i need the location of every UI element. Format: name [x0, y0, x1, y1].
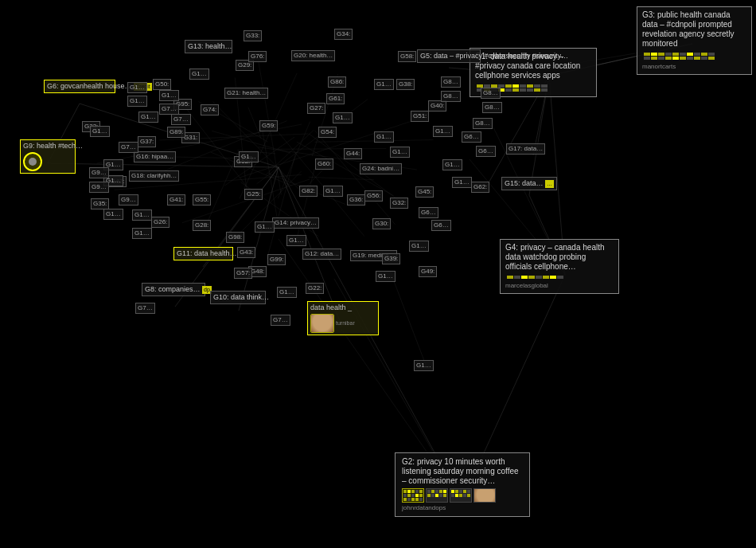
node-G28[interactable]: G28: [193, 220, 211, 231]
node-g1-d[interactable]: G1… [138, 112, 158, 123]
node-G17[interactable]: G17: data… [506, 143, 545, 155]
node-G49[interactable]: G49: [419, 266, 437, 277]
node-G61-label: G61: [329, 95, 342, 102]
node-G26[interactable]: G26: [151, 217, 170, 228]
node-g8-small4[interactable]: G8… [482, 102, 502, 113]
node-G62[interactable]: G62: [471, 182, 489, 193]
node-g1-v[interactable]: G1… [409, 241, 429, 252]
node-g1-g[interactable]: G1… [103, 209, 123, 220]
node-g1-x[interactable]: G1… [277, 287, 297, 298]
node-G61[interactable]: G61: [326, 93, 345, 104]
node-G8[interactable]: G8: companies… dp [142, 283, 205, 296]
node-G13[interactable]: G13: health… [185, 40, 232, 53]
node-G44[interactable]: G44: [344, 148, 362, 159]
node-G18[interactable]: G18: clarifyhh… [129, 170, 179, 182]
node-G58[interactable]: G58: [398, 51, 416, 62]
node-g8-small5[interactable]: G8… [473, 118, 493, 129]
node-g1-a[interactable]: G1… [90, 126, 110, 137]
node-g1-b[interactable]: G1… [127, 82, 147, 93]
node-g7-extra3[interactable]: G7… [119, 142, 138, 153]
node-G9[interactable]: G9: health #tech… [20, 139, 76, 174]
node-G74[interactable]: G74: [201, 104, 219, 115]
node-G24[interactable]: G24: badni… [360, 163, 402, 174]
node-g1-extra[interactable]: G1… [159, 90, 179, 101]
node-g8-small3[interactable]: G8… [481, 88, 501, 99]
node-G10[interactable]: G10: data think… [210, 291, 266, 304]
node-G22[interactable]: G22: [306, 283, 324, 294]
node-G99[interactable]: G99: [267, 254, 286, 265]
node-G89[interactable]: G89: [167, 127, 185, 138]
node-g9-small[interactable]: G9… [89, 167, 109, 178]
node-G37[interactable]: G37: [138, 136, 156, 147]
node-G16[interactable]: G16: hipaa… [134, 151, 176, 162]
node-G12[interactable]: G12: data… [302, 249, 341, 260]
node-g6-small2[interactable]: G6… [476, 146, 496, 157]
node-G4[interactable]: G4: privacy – canada health data watchdo… [500, 239, 619, 294]
node-g1-u[interactable]: G1… [390, 147, 410, 158]
node-G98[interactable]: G98: [226, 232, 244, 243]
node-g6-small4[interactable]: G6… [431, 220, 451, 231]
node-g9-small2[interactable]: G9… [89, 182, 109, 193]
node-G56[interactable]: G56: [364, 190, 383, 202]
node-G60[interactable]: G60: [315, 159, 333, 170]
node-G30[interactable]: G30: [372, 218, 391, 229]
node-G76[interactable]: G76: [248, 51, 267, 62]
node-G57[interactable]: G57: [234, 268, 252, 279]
node-G14[interactable]: G14: privacy… [272, 217, 319, 229]
node-G41[interactable]: G41: [167, 194, 185, 206]
node-g1-r[interactable]: G1… [442, 159, 462, 170]
node-G36[interactable]: G36: [347, 194, 365, 206]
node-G54[interactable]: G54: [318, 127, 337, 138]
node-G50[interactable]: G50: [153, 79, 171, 90]
node-g1-k[interactable]: G1… [239, 151, 259, 162]
node-g8-small2[interactable]: G8… [441, 91, 461, 102]
node-G1-isolated[interactable]: G1… [414, 360, 434, 371]
node-g1-l[interactable]: G1… [255, 221, 275, 233]
node-g1-t[interactable]: G1… [374, 79, 394, 90]
node-G86[interactable]: G86: [328, 76, 346, 88]
node-G7-data-health[interactable]: data health _ turnibar [307, 301, 379, 335]
node-g6-small3[interactable]: G6… [419, 207, 438, 218]
node-G27[interactable]: G27: [307, 103, 325, 114]
node-G40[interactable]: G40: [428, 100, 446, 112]
node-G33[interactable]: G33: [244, 30, 262, 41]
node-g7-extra[interactable]: G7… [159, 104, 179, 115]
node-g7-small2[interactable]: G7… [271, 315, 290, 326]
node-G25[interactable]: G25: [244, 189, 263, 200]
node-G51[interactable]: G51: [411, 111, 429, 122]
node-G38[interactable]: G38: [396, 79, 415, 90]
node-g1-n[interactable]: G1… [323, 186, 343, 197]
node-G55[interactable]: G55: [193, 194, 211, 206]
node-g1-q[interactable]: G1… [433, 126, 453, 137]
node-g7-extra2[interactable]: G7… [171, 114, 191, 125]
node-G20[interactable]: G20: health… [291, 50, 335, 61]
node-g7-small[interactable]: G7… [135, 303, 155, 314]
node-g1-h[interactable]: G1… [132, 209, 152, 221]
node-G82[interactable]: G82: [299, 186, 318, 197]
node-G6[interactable]: G6: govcanhealth house… Credit [44, 80, 115, 93]
node-G34[interactable]: G34: [334, 29, 353, 40]
node-G5[interactable]: G5: data – #privacy #cybersecurity #secu… [417, 49, 481, 63]
node-g1-c[interactable]: G1… [127, 96, 147, 107]
node-g9-small3[interactable]: G9… [119, 194, 138, 206]
node-G3[interactable]: G3: public health canada data – #cdnpoli… [637, 6, 752, 75]
node-G2[interactable]: G2: privacy 10 minutes worth listening s… [395, 452, 530, 517]
node-G43[interactable]: G43: [237, 247, 255, 258]
node-g8-small[interactable]: G8… [441, 76, 461, 88]
node-G35[interactable]: G35: [91, 198, 109, 209]
node-g1-p[interactable]: G1… [374, 131, 394, 143]
node-g1-s[interactable]: G1… [452, 177, 472, 188]
node-G32[interactable]: G32: [390, 198, 408, 209]
node-G39[interactable]: G39: [382, 253, 400, 264]
node-g1-i[interactable]: G1… [132, 228, 152, 239]
node-G45[interactable]: G45: [415, 186, 434, 198]
node-G59[interactable]: G59: [259, 120, 278, 131]
node-g1-o[interactable]: G1… [333, 112, 353, 123]
node-g1-j[interactable]: G1… [189, 68, 209, 80]
node-g1-w[interactable]: G1… [376, 271, 396, 282]
node-g6-small[interactable]: G6… [462, 131, 481, 143]
node-G21[interactable]: G21: health… [224, 88, 268, 99]
node-g1-m[interactable]: G1… [286, 235, 306, 246]
node-G15[interactable]: G15: data… … [501, 177, 557, 190]
node-G11[interactable]: G11: data health… [173, 247, 233, 260]
